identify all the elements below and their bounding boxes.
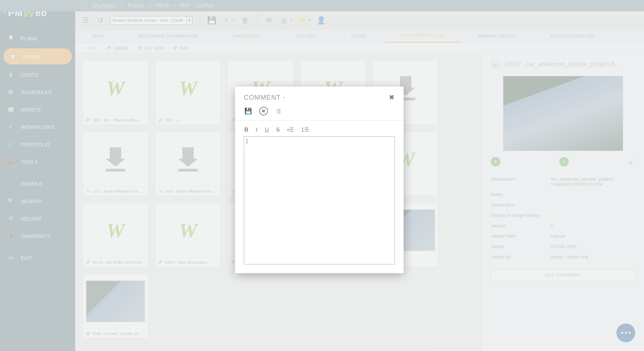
sidebar-item-forms[interactable]: 📋FORMS — [3, 48, 72, 64]
sidebar-item-label: TOOLS — [21, 159, 38, 165]
tab-main[interactable]: MAIN — [75, 30, 121, 43]
toolbar-separator — [257, 14, 257, 27]
action-button[interactable]: ⚡▼ — [297, 15, 312, 26]
attachment-card[interactable]: W1505 - Boston Medical Cent... — [155, 132, 221, 196]
tab-attachments[interactable]: ATTACHMENTS (16) — [384, 30, 461, 43]
sidebar-item-recent[interactable]: ↺RECENT — [0, 210, 75, 227]
details-button[interactable]: 👁Details — [107, 45, 128, 51]
attachment-card[interactable]: W🔗1892 - 001 - Office Modifica... — [83, 60, 148, 125]
attachment-label: 23978 - New Observation - ... — [165, 260, 213, 264]
breadcrumb-rfis[interactable]: RFIS — [156, 2, 169, 9]
pmweb-logo-icon: W — [179, 76, 197, 100]
sidebar-item-label: SCHEDULES — [21, 89, 52, 95]
info-icon[interactable]: i — [79, 2, 87, 9]
sidebar-item-portfolio[interactable]: 🌐PORTFOLIO — [0, 136, 75, 153]
attachment-card[interactable]: 🖼3198 - rst_basic_sample_pr... — [83, 274, 148, 338]
add-label: Add — [88, 45, 97, 51]
tab-checklists[interactable]: CHECKLISTS — [215, 30, 278, 43]
attachment-thumbnail: W — [83, 203, 148, 257]
attachment-card[interactable]: W🔗23978 - New Observation - ... — [155, 203, 221, 267]
attachment-footer: 🔗1892 - 001 - Office Modifica... — [83, 115, 148, 124]
sidebar-item-label: COSTS — [21, 72, 38, 78]
added-value: 12-Feb-2023 — [551, 244, 635, 249]
modal-divider — [235, 120, 404, 120]
download-button[interactable]: ⇩ — [559, 157, 569, 166]
list-view-button[interactable]: ☰List View — [138, 45, 163, 51]
exit-icon: ↦ — [7, 254, 15, 262]
save-comment-icon[interactable]: 💾 — [244, 107, 252, 115]
detail-preview-image[interactable] — [503, 76, 623, 151]
sidebar-item-label: WORKFLOWS — [21, 124, 54, 130]
plus-icon: + — [83, 45, 86, 51]
view-button[interactable]: 👁 — [491, 157, 500, 166]
sidebar-item-costs[interactable]: $COSTS — [0, 66, 75, 83]
tab-additional-information[interactable]: ADDITIONAL INFORMATION — [121, 30, 215, 43]
attachment-card[interactable]: W🔗24176 - D6F4CB5C-EFC2-44... — [83, 203, 148, 267]
sidebar-item-label: PORTFOLIO — [21, 142, 50, 147]
chevron-down-icon[interactable]: ▼ — [289, 18, 293, 22]
attachment-label: 24176 - D6F4CB5C-EFC2-44... — [92, 260, 144, 264]
more-actions-fab[interactable] — [616, 323, 635, 342]
record-selector-input[interactable] — [110, 16, 193, 25]
link-icon: 🔗 — [158, 118, 163, 122]
tab-notifications[interactable]: NOTIFICATIONS (10) — [534, 30, 612, 43]
add-record-button[interactable]: +▼ — [221, 15, 235, 26]
breadcrumb-forms[interactable]: Forms — [128, 2, 144, 9]
user-icon: 👤 — [7, 180, 15, 188]
bold-button[interactable]: B — [244, 127, 248, 133]
tab-clauses[interactable]: CLAUSES — [278, 30, 334, 43]
pmweb-logo-icon: W — [179, 218, 197, 242]
email-icon[interactable]: ✉ — [264, 15, 274, 26]
record-selector[interactable]: ▼ — [110, 16, 193, 25]
cancel-comment-icon[interactable]: ✖ — [259, 107, 268, 115]
unordered-list-button[interactable]: •☰ — [287, 127, 294, 133]
sidebar-item-plans[interactable]: 💡PLANS — [0, 30, 75, 47]
attachment-card[interactable]: W1272 - Boston Medical Cent... — [83, 132, 148, 196]
sidebar-item-workflows[interactable]: ✓WORKFLOWS — [0, 118, 75, 136]
attachment-card[interactable]: W🔗2822 - 1 - — [155, 60, 221, 125]
history-icon[interactable]: ↺ — [95, 15, 105, 26]
doc-icon: W — [158, 189, 163, 194]
sidebar-item-tools[interactable]: 💼TOOLS — [0, 153, 75, 170]
sidebar-item-search[interactable]: 🔍SEARCH — [0, 192, 75, 210]
breadcrumb-portfolio[interactable]: (Portfolio) — [92, 2, 117, 9]
assign-user-icon[interactable]: 👤 — [316, 15, 326, 26]
delete-icon[interactable]: 🗑 — [240, 15, 250, 26]
list-toggle-icon[interactable]: ☰ — [81, 15, 91, 26]
annotate-button[interactable]: 🖌 — [628, 157, 635, 166]
link-icon: 🔗 — [231, 260, 235, 265]
strikethrough-button[interactable]: S — [276, 127, 280, 133]
sort-button[interactable]: ⇵Sort — [173, 45, 188, 51]
attachment-thumbnail — [83, 274, 148, 329]
add-comment-button[interactable]: ADD COMMENT — [491, 269, 635, 281]
chevron-down-icon[interactable]: ▼ — [232, 18, 235, 22]
geolocation-label: Geolocation — [491, 202, 551, 207]
link-icon: 🔗 — [158, 260, 163, 265]
italic-button[interactable]: I — [256, 127, 258, 133]
image-icon — [491, 60, 500, 68]
tab-notes[interactable]: NOTES — [334, 30, 384, 43]
list-icon: ☰ — [138, 45, 142, 51]
save-icon[interactable]: 💾 — [206, 15, 217, 26]
sidebar-item-university[interactable]: 🎓UNIVERSITY — [0, 227, 75, 245]
chevron-down-icon[interactable]: ▼ — [308, 18, 312, 22]
comment-editor[interactable] — [244, 136, 395, 264]
sidebar-item-label: ASSETS — [21, 107, 41, 112]
print-button[interactable]: 🖨▼ — [279, 15, 293, 26]
search-icon: 🔍 — [7, 197, 15, 205]
sidebar-item-exit[interactable]: ↦EXIT — [0, 249, 75, 266]
sidebar: 💡PLANS 📋FORMS $COSTS ▤SCHEDULES 🏢ASSETS … — [0, 23, 75, 351]
sidebar-item-schedules[interactable]: ▤SCHEDULES — [0, 83, 75, 101]
close-icon[interactable]: ✖ — [389, 93, 395, 101]
image-thumbnail — [86, 281, 145, 322]
version-value: 1 — [551, 223, 635, 228]
chevron-down-icon[interactable]: ▼ — [186, 16, 192, 24]
ordered-list-button[interactable]: 1☰ — [301, 127, 309, 133]
tab-workflow[interactable]: WORKFLOW (2/4) — [461, 30, 533, 43]
sidebar-item-profile[interactable]: 👤PROFILE — [0, 175, 75, 192]
sort-icon: ⇵ — [173, 45, 178, 51]
attachment-label: 2822 - 1 - — [165, 118, 181, 122]
underline-button[interactable]: U — [265, 127, 269, 133]
eye-icon: 👁 — [107, 45, 112, 51]
sidebar-item-assets[interactable]: 🏢ASSETS — [0, 101, 75, 118]
